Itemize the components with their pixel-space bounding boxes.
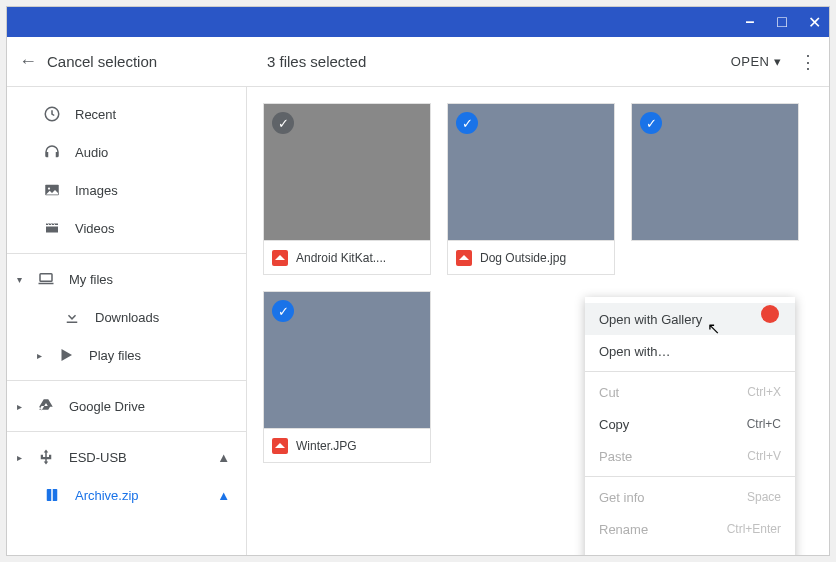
selection-check-icon[interactable]: ✓ bbox=[640, 112, 662, 134]
menu-label: Open with… bbox=[599, 344, 671, 359]
drive-icon bbox=[37, 397, 55, 415]
thumbnail: ✓ bbox=[631, 103, 799, 241]
shortcut: Alt+Backspace bbox=[701, 554, 781, 556]
selection-check-icon[interactable]: ✓ bbox=[456, 112, 478, 134]
sidebar-label: My files bbox=[69, 272, 113, 287]
laptop-icon bbox=[37, 270, 55, 288]
sidebar-item-videos[interactable]: Videos bbox=[7, 209, 246, 247]
eject-icon[interactable]: ▲ bbox=[217, 488, 230, 503]
sidebar-item-images[interactable]: Images bbox=[7, 171, 246, 209]
file-name: Dog Outside.jpg bbox=[480, 251, 566, 265]
close-icon[interactable]: ✕ bbox=[805, 13, 823, 32]
menu-separator bbox=[585, 371, 795, 372]
chevron-right-icon[interactable]: ▸ bbox=[17, 401, 27, 412]
shortcut: Ctrl+X bbox=[747, 385, 781, 399]
chevron-right-icon[interactable]: ▸ bbox=[17, 452, 27, 463]
file-caption: Android KitKat.... bbox=[263, 241, 431, 275]
svg-rect-5 bbox=[51, 489, 53, 501]
image-file-icon bbox=[272, 250, 288, 266]
menu-paste: PasteCtrl+V bbox=[585, 440, 795, 472]
menu-delete: DeleteAlt+Backspace bbox=[585, 545, 795, 556]
open-button[interactable]: OPEN ▾ bbox=[731, 54, 781, 69]
clapper-icon bbox=[43, 219, 61, 237]
sidebar-item-google-drive[interactable]: ▸ Google Drive bbox=[7, 387, 246, 425]
cancel-selection-label[interactable]: Cancel selection bbox=[47, 53, 157, 70]
minimize-icon[interactable]: – bbox=[741, 13, 759, 31]
sidebar-label: Archive.zip bbox=[75, 488, 139, 503]
file-item[interactable]: ✓ Android KitKat.... bbox=[263, 103, 431, 275]
menu-copy[interactable]: CopyCtrl+C bbox=[585, 408, 795, 440]
sidebar-label: Play files bbox=[89, 348, 141, 363]
chevron-right-icon[interactable]: ▸ bbox=[37, 350, 47, 361]
maximize-icon[interactable]: □ bbox=[773, 13, 791, 31]
shortcut: Ctrl+C bbox=[747, 417, 781, 431]
menu-open-with[interactable]: Open with… bbox=[585, 335, 795, 367]
download-icon bbox=[63, 308, 81, 326]
open-button-label: OPEN bbox=[731, 54, 770, 69]
menu-separator bbox=[585, 476, 795, 477]
sidebar-item-play-files[interactable]: ▸ Play files bbox=[7, 336, 246, 374]
sidebar-label: Recent bbox=[75, 107, 116, 122]
selection-count-label: 3 files selected bbox=[267, 53, 366, 70]
play-icon bbox=[57, 346, 75, 364]
menu-get-info: Get infoSpace bbox=[585, 481, 795, 513]
sidebar-item-recent[interactable]: Recent bbox=[7, 95, 246, 133]
svg-point-2 bbox=[48, 187, 50, 189]
menu-label: Paste bbox=[599, 449, 632, 464]
files-app-window: – □ ✕ ← Cancel selection 3 files selecte… bbox=[6, 6, 830, 556]
menu-label: Copy bbox=[599, 417, 629, 432]
sidebar-label: Google Drive bbox=[69, 399, 145, 414]
sidebar-item-audio[interactable]: Audio bbox=[7, 133, 246, 171]
menu-label: Delete bbox=[599, 554, 637, 557]
svg-rect-3 bbox=[40, 274, 52, 282]
extension-badge-icon bbox=[761, 305, 779, 323]
file-caption: Winter.JPG bbox=[263, 429, 431, 463]
clock-icon bbox=[43, 105, 61, 123]
shortcut: Space bbox=[747, 490, 781, 504]
divider bbox=[7, 431, 246, 432]
back-arrow-icon[interactable]: ← bbox=[19, 51, 37, 72]
sidebar-item-downloads[interactable]: Downloads bbox=[7, 298, 246, 336]
usb-icon bbox=[37, 448, 55, 466]
toolbar: ← Cancel selection 3 files selected OPEN… bbox=[7, 37, 829, 87]
shortcut: Ctrl+V bbox=[747, 449, 781, 463]
image-file-icon bbox=[456, 250, 472, 266]
sidebar: Recent Audio Images Videos ▾ My files bbox=[7, 87, 247, 555]
menu-cut: CutCtrl+X bbox=[585, 376, 795, 408]
file-caption: Dog Outside.jpg bbox=[447, 241, 615, 275]
file-name: Winter.JPG bbox=[296, 439, 357, 453]
menu-rename: RenameCtrl+Enter bbox=[585, 513, 795, 545]
menu-label: Open with Gallery bbox=[599, 312, 702, 327]
file-item[interactable]: ✓ Winter.JPG bbox=[263, 291, 431, 463]
eject-icon[interactable]: ▲ bbox=[217, 450, 230, 465]
menu-label: Cut bbox=[599, 385, 619, 400]
caret-down-icon: ▾ bbox=[774, 54, 782, 69]
thumbnail: ✓ bbox=[263, 103, 431, 241]
file-item[interactable]: ✓ bbox=[631, 103, 799, 275]
sidebar-label: Videos bbox=[75, 221, 115, 236]
image-icon bbox=[43, 181, 61, 199]
sidebar-label: Downloads bbox=[95, 310, 159, 325]
file-item[interactable]: ✓ Dog Outside.jpg bbox=[447, 103, 615, 275]
divider bbox=[7, 380, 246, 381]
image-file-icon bbox=[272, 438, 288, 454]
sidebar-item-archive[interactable]: Archive.zip ▲ bbox=[7, 476, 246, 514]
selection-check-icon[interactable]: ✓ bbox=[272, 112, 294, 134]
menu-label: Get info bbox=[599, 490, 645, 505]
thumbnail: ✓ bbox=[263, 291, 431, 429]
sidebar-item-esd-usb[interactable]: ▸ ESD-USB ▲ bbox=[7, 438, 246, 476]
content-area: Recent Audio Images Videos ▾ My files bbox=[7, 87, 829, 555]
more-options-icon[interactable]: ⋮ bbox=[799, 51, 817, 73]
headphones-icon bbox=[43, 143, 61, 161]
titlebar: – □ ✕ bbox=[7, 7, 829, 37]
sidebar-label: Audio bbox=[75, 145, 108, 160]
sidebar-item-my-files[interactable]: ▾ My files bbox=[7, 260, 246, 298]
selection-check-icon[interactable]: ✓ bbox=[272, 300, 294, 322]
divider bbox=[7, 253, 246, 254]
sidebar-label: Images bbox=[75, 183, 118, 198]
archive-icon bbox=[43, 486, 61, 504]
menu-label: Rename bbox=[599, 522, 648, 537]
file-name: Android KitKat.... bbox=[296, 251, 386, 265]
chevron-down-icon[interactable]: ▾ bbox=[17, 274, 27, 285]
sidebar-label: ESD-USB bbox=[69, 450, 127, 465]
